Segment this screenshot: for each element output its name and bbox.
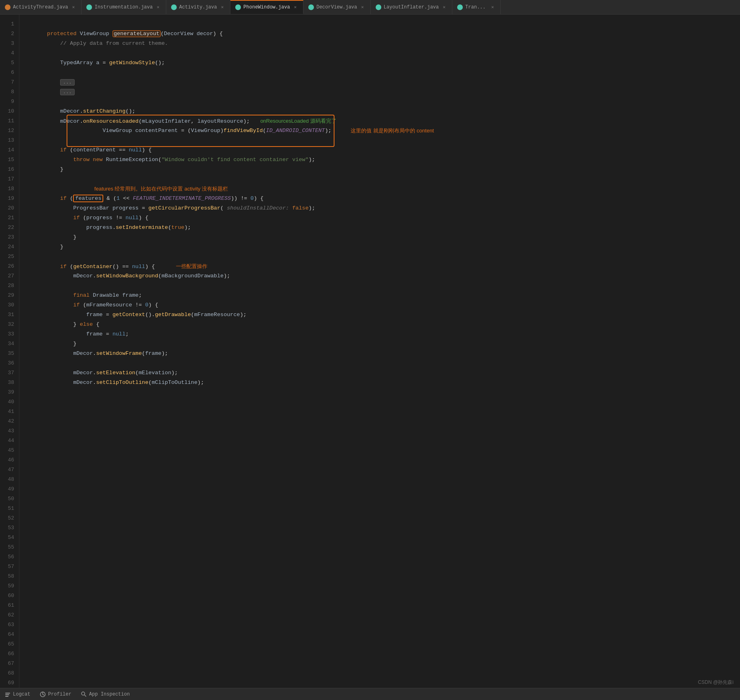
code-line-else: } else { <box>27 310 732 320</box>
code-line-2: // Apply data from current theme. <box>27 29 732 39</box>
profiler-icon <box>40 692 46 697</box>
code-line-cn-features: features 经常用到。比如在代码中设置 activity 没有标题栏 <box>27 174 732 184</box>
code-line-cliptooutline: mDecor.setClipToOutline(mClipToOutline); <box>27 368 732 378</box>
tab-label-activitythread: ActivityThread.java <box>13 4 68 10</box>
code-line-7 <box>27 87 732 97</box>
tab-bar: ActivityThread.java ✕ Instrumentation.ja… <box>0 0 740 15</box>
profiler-label: Profiler <box>48 692 71 697</box>
tab-icon-tran <box>457 4 463 10</box>
tab-layoutinflater[interactable]: LayoutInflater.java ✕ <box>371 0 452 14</box>
tab-icon-instrumentation <box>86 4 92 10</box>
svg-rect-1 <box>5 694 9 695</box>
code-line-features: if (features & (1 << FEATURE_INDETERMINA… <box>27 184 732 194</box>
tab-label-layoutinflater: LayoutInflater.java <box>384 4 439 10</box>
bottom-profiler[interactable]: Profiler <box>40 692 71 697</box>
code-line-4: TypedArray a = getWindowStyle(); <box>27 48 732 58</box>
logcat-label: Logcat <box>13 692 30 697</box>
close-tab-decorview[interactable]: ✕ <box>360 4 366 10</box>
code-line-11 <box>27 165 732 174</box>
close-tab-instrumentation[interactable]: ✕ <box>155 4 161 10</box>
code-content[interactable]: protected ViewGroup generateLayout(Decor… <box>19 15 740 688</box>
svg-rect-2 <box>5 696 8 697</box>
logcat-icon <box>5 692 10 697</box>
code-line-empty3 <box>27 349 732 358</box>
tab-label-activity: Activity.java <box>179 4 217 10</box>
code-line-if-progress: if (progress != null) { <box>27 203 732 213</box>
code-line-getdrawable: frame = getContext().getDrawable(mFrameR… <box>27 300 732 310</box>
code-line-empty2 <box>27 271 732 281</box>
code-line-6b: ... <box>27 78 732 87</box>
tab-activity[interactable]: Activity.java ✕ <box>166 0 230 14</box>
bottom-bar: Logcat Profiler App Inspection <box>0 688 740 700</box>
code-line-getcontainer: if (getContainer() == null) { 一些配置操作 <box>27 252 732 262</box>
bottom-app-inspection[interactable]: App Inspection <box>81 692 130 697</box>
code-line-setwindowframe: mDecor.setWindowFrame(frame); <box>27 339 732 349</box>
code-line-setbg: mDecor.setWindowBackground(mBackgroundDr… <box>27 262 732 271</box>
code-line-frameresource: if (mFrameResource != 0) { <box>27 291 732 300</box>
code-line-6: ... <box>27 68 732 78</box>
tab-decorview[interactable]: DecorView.java ✕ <box>303 0 370 14</box>
code-line-5 <box>27 58 732 68</box>
code-line-framenull: frame = null; <box>27 320 732 329</box>
editor-area: 1 2 3 4 5 6 7 8 9 10 11 12 13 14 15 16 1… <box>0 15 740 688</box>
tab-phonewindow[interactable]: PhoneWindow.java ✕ <box>230 0 303 14</box>
svg-point-4 <box>82 692 85 695</box>
code-line-if-null: if (contentParent == null) { <box>27 136 732 145</box>
code-line-1: protected ViewGroup generateLayout(Decor… <box>27 19 732 29</box>
close-tab-activitythread[interactable]: ✕ <box>71 4 77 10</box>
tab-icon-phonewindow <box>235 4 241 10</box>
code-line-contentparent: ViewGroup contentParent = (ViewGroup)fin… <box>27 126 732 136</box>
code-line-close3: } <box>27 233 732 242</box>
app-inspection-label: App Inspection <box>89 692 130 697</box>
tab-label-decorview: DecorView.java <box>316 4 357 10</box>
code-line-3 <box>27 39 732 48</box>
csdn-watermark: CSDN @孙先森i <box>698 679 734 686</box>
tab-icon-activitythread <box>5 4 10 10</box>
tab-label-instrumentation: Instrumentation.java <box>94 4 153 10</box>
code-line-drawable: final Drawable frame; <box>27 281 732 291</box>
close-tab-tran[interactable]: ✕ <box>489 4 495 10</box>
close-tab-phonewindow[interactable]: ✕ <box>293 4 299 10</box>
tab-label-tran: Tran... <box>465 4 485 10</box>
code-line-progressbar: ProgressBar progress = getCircularProgre… <box>27 194 732 203</box>
tab-label-phonewindow: PhoneWindow.java <box>243 4 290 10</box>
app-inspection-icon <box>81 692 87 697</box>
tab-instrumentation[interactable]: Instrumentation.java ✕ <box>82 0 166 14</box>
code-line-empty1 <box>27 242 732 252</box>
bottom-logcat[interactable]: Logcat <box>5 692 30 697</box>
tab-tran[interactable]: Tran... ✕ <box>452 0 501 14</box>
code-line-close4: } <box>27 329 732 339</box>
close-tab-activity[interactable]: ✕ <box>219 4 226 10</box>
tab-icon-decorview <box>308 4 314 10</box>
code-line-elevation: mDecor.setElevation(mElevation); <box>27 358 732 368</box>
code-line-close2: } <box>27 223 732 233</box>
tab-icon-layoutinflater <box>376 4 381 10</box>
tab-activitythread[interactable]: ActivityThread.java ✕ <box>0 0 82 14</box>
code-line-close1: } <box>27 155 732 165</box>
code-line-throw: throw new RuntimeException("Window could… <box>27 145 732 155</box>
close-tab-layoutinflater[interactable]: ✕ <box>441 4 447 10</box>
line-numbers: 1 2 3 4 5 6 7 8 9 10 11 12 13 14 15 16 1… <box>0 15 19 688</box>
tab-icon-activity <box>171 4 177 10</box>
svg-rect-0 <box>5 693 10 694</box>
code-line-setindeterminate: progress.setIndeterminate(true); <box>27 213 732 223</box>
cn-comment-content: 这里的值 就是刚刚布局中的 content <box>351 126 434 136</box>
